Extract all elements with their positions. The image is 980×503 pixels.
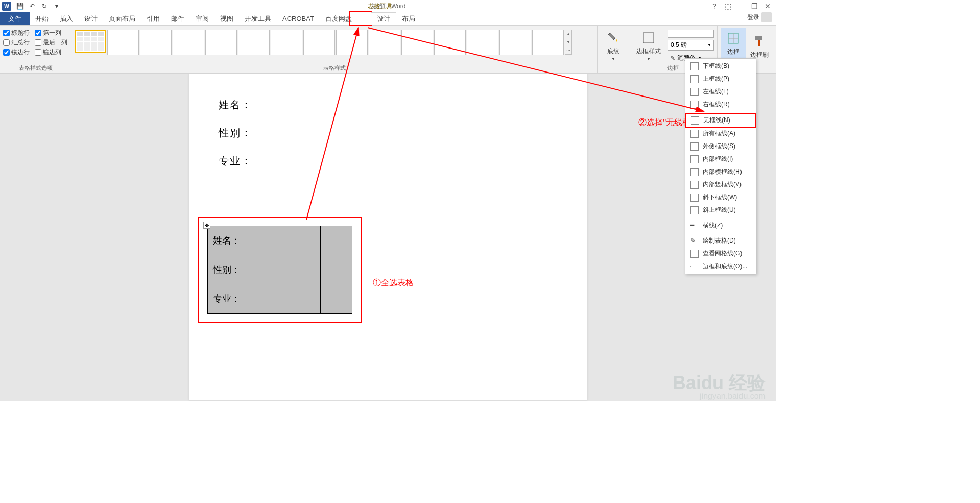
menu-border-none[interactable]: 无框线(N) <box>685 113 756 128</box>
document-table[interactable]: 姓名： 性别： 专业： <box>207 226 352 314</box>
border-inside-v-icon <box>690 181 699 189</box>
table-cell[interactable] <box>320 284 352 314</box>
shading-button[interactable]: 底纹▼ <box>601 28 626 63</box>
tab-file[interactable]: 文件 <box>0 12 30 25</box>
menu-border-bottom[interactable]: 下框线(B) <box>685 60 756 73</box>
checkbox-header-row[interactable]: 标题行 <box>3 29 30 37</box>
close-icon[interactable]: ✕ <box>761 1 774 11</box>
table-style-item[interactable] <box>336 30 368 55</box>
border-diag-up-icon <box>690 206 699 214</box>
table-style-item[interactable] <box>434 30 466 55</box>
checkbox-banded-col[interactable]: 镶边列 <box>35 48 61 57</box>
borders-dropdown-menu: 下框线(B) 上框线(P) 左框线(L) 右框线(R) 无框线(N) 所有框线(… <box>685 58 756 274</box>
table-style-item[interactable] <box>271 30 302 55</box>
border-painter-icon <box>751 33 768 50</box>
checkbox-banded-row[interactable]: 镶边行 <box>3 48 30 57</box>
menu-border-top[interactable]: 上框线(P) <box>685 73 756 85</box>
svg-rect-0 <box>643 33 654 43</box>
tab-insert[interactable]: 插入 <box>54 12 79 25</box>
tab-home[interactable]: 开始 <box>30 12 54 25</box>
pen-icon: ✎ <box>670 55 675 62</box>
table-style-item[interactable] <box>173 30 204 55</box>
table-cell[interactable]: 性别： <box>207 255 320 284</box>
contextual-tab-title: 表格工具 <box>368 2 392 11</box>
qat-dropdown-icon[interactable]: ▾ <box>51 1 62 12</box>
table-style-item[interactable] <box>532 30 564 55</box>
checkbox-last-col[interactable]: 最后一列 <box>35 38 67 47</box>
border-bottom-icon <box>690 62 699 70</box>
menu-border-inside-h[interactable]: 内部横框线(H) <box>685 165 756 178</box>
table-cell[interactable] <box>320 226 352 255</box>
table-cell[interactable] <box>320 255 352 284</box>
tab-view[interactable]: 视图 <box>214 12 239 25</box>
table-cell[interactable]: 姓名： <box>207 226 320 255</box>
redo-icon[interactable]: ↻ <box>39 1 50 12</box>
help-icon[interactable]: ? <box>708 1 721 11</box>
table-style-item[interactable] <box>140 30 172 55</box>
login-label: 登录 <box>747 13 759 22</box>
border-width-selector[interactable]: 0.5 磅▼ <box>668 40 714 51</box>
table-style-item[interactable] <box>303 30 335 55</box>
border-all-icon <box>690 130 699 138</box>
menu-border-inside-v[interactable]: 内部竖框线(V) <box>685 178 756 191</box>
menu-border-outside[interactable]: 外侧框线(S) <box>685 140 756 153</box>
table-row: 姓名： <box>207 226 352 255</box>
annotation-1: ①全选表格 <box>373 278 414 289</box>
tab-page-layout[interactable]: 页面布局 <box>103 12 141 25</box>
minimize-icon[interactable]: — <box>735 1 747 11</box>
menu-border-inside[interactable]: 内部框线(I) <box>685 153 756 165</box>
tab-acrobat[interactable]: ACROBAT <box>277 12 320 25</box>
table-row: 性别： <box>207 255 352 284</box>
tab-mailings[interactable]: 邮件 <box>165 12 190 25</box>
ribbon-options-icon[interactable]: ⬚ <box>722 1 734 11</box>
tab-design[interactable]: 设计 <box>79 12 103 25</box>
group-table-styles: ▲▼⋯ 表格样式 <box>71 26 598 73</box>
table-style-item[interactable] <box>205 30 237 55</box>
login-link[interactable]: 登录 <box>747 12 772 22</box>
table-style-selected[interactable] <box>75 30 106 53</box>
border-right-icon <box>690 101 699 109</box>
checkbox-first-col[interactable]: 第一列 <box>35 29 61 37</box>
table-cell[interactable]: 专业： <box>207 284 320 314</box>
window-controls: ? ⬚ — ❐ ✕ <box>708 1 774 11</box>
border-styles-button[interactable]: 边框样式▼ <box>632 28 665 63</box>
menu-view-gridlines[interactable]: 查看网格线(G) <box>685 247 756 260</box>
dialog-icon: ▫ <box>690 262 699 271</box>
border-left-icon <box>690 88 699 96</box>
quick-access-toolbar: 💾 ↶ ↻ ▾ <box>14 1 62 12</box>
restore-icon[interactable]: ❐ <box>748 1 760 11</box>
menu-border-left[interactable]: 左框线(L) <box>685 85 756 98</box>
tab-baidu[interactable]: 百度网盘 <box>320 12 357 25</box>
border-styles-icon <box>640 30 657 46</box>
menu-draw-table[interactable]: ✎绘制表格(D) <box>685 234 756 247</box>
tab-review[interactable]: 审阅 <box>190 12 214 25</box>
paint-bucket-icon <box>605 30 622 46</box>
tab-table-design[interactable]: 设计 <box>371 12 396 25</box>
menu-border-right[interactable]: 右框线(R) <box>685 98 756 111</box>
label-gender: 性别： <box>219 126 260 140</box>
menu-border-diag-down[interactable]: 斜下框线(W) <box>685 191 756 204</box>
table-style-item[interactable] <box>401 30 433 55</box>
menu-borders-dialog[interactable]: ▫边框和底纹(O)... <box>685 260 756 273</box>
underline <box>260 154 368 164</box>
table-style-gallery: ▲▼⋯ <box>75 28 594 55</box>
table-style-item[interactable] <box>499 30 531 55</box>
table-style-item[interactable] <box>369 30 400 55</box>
tab-references[interactable]: 引用 <box>141 12 165 25</box>
table-style-item[interactable] <box>238 30 270 55</box>
tab-table-layout[interactable]: 布局 <box>396 12 421 25</box>
tab-developer[interactable]: 开发工具 <box>239 12 277 25</box>
table-style-item[interactable] <box>107 30 139 55</box>
undo-icon[interactable]: ↶ <box>27 1 38 12</box>
table-move-handle-icon[interactable]: ✥ <box>203 222 210 229</box>
border-none-icon <box>691 116 699 125</box>
menu-border-all[interactable]: 所有框线(A) <box>685 127 756 140</box>
borders-icon <box>725 30 742 46</box>
menu-hline[interactable]: ━横线(Z) <box>685 219 756 232</box>
save-icon[interactable]: 💾 <box>14 1 26 12</box>
document-area[interactable]: 姓名： 性别： 专业： ✥ 姓名： 性别： 专业： ①全选表格 ②选择"无线框" <box>0 74 776 401</box>
gallery-expand[interactable]: ▲▼⋯ <box>565 30 572 55</box>
table-style-item[interactable] <box>467 30 498 55</box>
menu-border-diag-up[interactable]: 斜上框线(U) <box>685 204 756 217</box>
checkbox-total-row[interactable]: 汇总行 <box>3 38 30 47</box>
